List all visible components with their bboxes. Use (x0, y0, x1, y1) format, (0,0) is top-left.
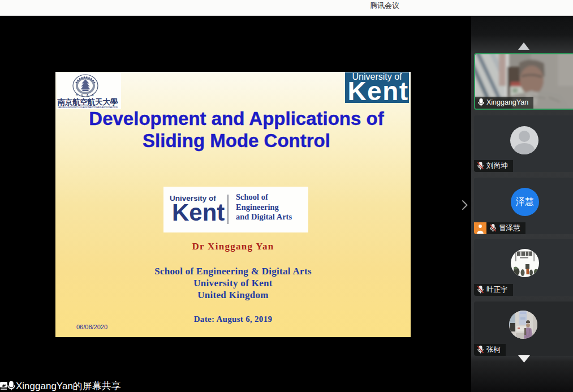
svg-text:N U A A: N U A A (76, 93, 95, 96)
svg-text:南京航空航天大學: 南京航空航天大學 (57, 97, 118, 106)
